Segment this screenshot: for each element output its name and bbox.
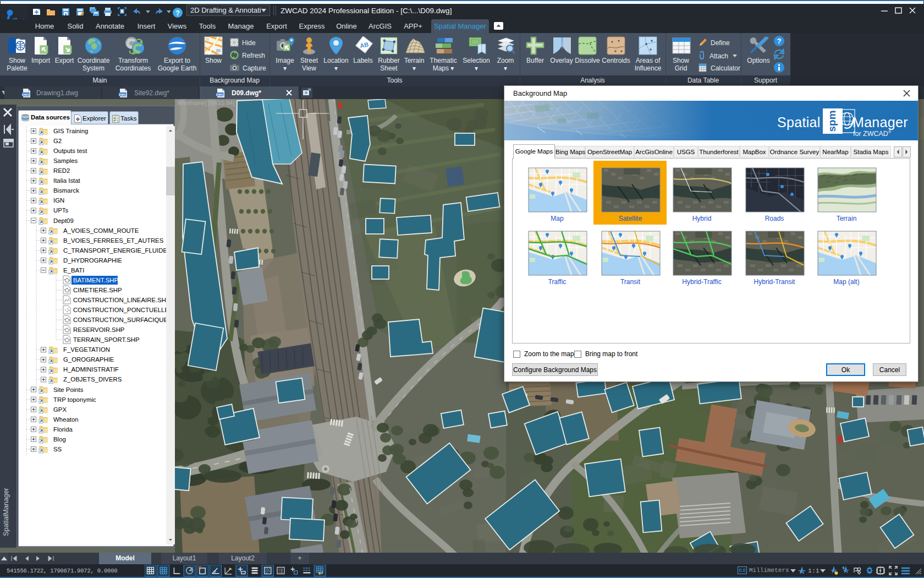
- svg-text:D_HYDROGRAPHIE: D_HYDROGRAPHIE: [63, 257, 122, 264]
- svg-text:TERRAIN_SPORT.SHP: TERRAIN_SPORT.SHP: [73, 336, 140, 343]
- svg-text:F_VEGETATION: F_VEGETATION: [63, 346, 110, 353]
- svg-text:RED2: RED2: [53, 167, 70, 174]
- svg-text:H_ADMINISTRATIF: H_ADMINISTRATIF: [63, 366, 119, 373]
- svg-text:BATIMENT.SHP: BATIMENT.SHP: [73, 277, 118, 283]
- svg-text:Florida: Florida: [53, 426, 73, 433]
- svg-text:E_BATI: E_BATI: [63, 267, 84, 274]
- svg-text:Bismarck: Bismarck: [53, 187, 79, 194]
- svg-text:Wheaton: Wheaton: [53, 416, 79, 423]
- svg-text:Samples: Samples: [53, 157, 78, 164]
- svg-text:Dept09: Dept09: [53, 217, 74, 224]
- svg-text:RESERVOIR.SHP: RESERVOIR.SHP: [73, 326, 124, 333]
- svg-text:spm: spm: [826, 110, 838, 132]
- svg-text:?: ?: [777, 37, 781, 45]
- svg-text:UPTs: UPTs: [53, 207, 69, 214]
- svg-text:Z_OBJETS_DIVERS: Z_OBJETS_DIVERS: [63, 376, 122, 383]
- svg-text:Blog: Blog: [53, 436, 66, 443]
- svg-text:Site Points: Site Points: [53, 386, 84, 393]
- svg-text:CIMETIERE.SHP: CIMETIERE.SHP: [73, 287, 122, 293]
- svg-text:CONSTRUCTION_PONCTUELLE.: CONSTRUCTION_PONCTUELLE.: [73, 307, 166, 313]
- svg-text:SS: SS: [53, 446, 62, 452]
- svg-text:?: ?: [175, 9, 180, 17]
- svg-text:B_VOIES_FERREES_ET_AUTRES: B_VOIES_FERREES_ET_AUTRES: [63, 237, 164, 244]
- svg-text:Italia Istat: Italia Istat: [53, 177, 81, 184]
- svg-text:C_TRANSPORT_ENERGIE_FLUIDES: C_TRANSPORT_ENERGIE_FLUIDES: [63, 247, 166, 254]
- svg-text:CONSTRUCTION_LINEAIRE.SHP: CONSTRUCTION_LINEAIRE.SHP: [73, 297, 166, 303]
- svg-text:G_OROGRAPHIE: G_OROGRAPHIE: [63, 356, 114, 363]
- svg-text:A_VOIES_COMM_ROUTE: A_VOIES_COMM_ROUTE: [63, 227, 139, 234]
- svg-text:Outputs test: Outputs test: [53, 148, 87, 154]
- svg-text:G2: G2: [53, 138, 62, 144]
- svg-text:GIS Training: GIS Training: [53, 128, 88, 134]
- svg-text:DWG: DWG: [216, 93, 224, 96]
- svg-text:CONSTRUCTION_SURFACIQUE.S: CONSTRUCTION_SURFACIQUE.S: [73, 317, 166, 323]
- svg-text:DWG: DWG: [119, 93, 127, 96]
- svg-text:TRP toponymic: TRP toponymic: [53, 396, 96, 403]
- svg-text:GPX: GPX: [53, 406, 67, 413]
- svg-text:IGN: IGN: [53, 197, 64, 204]
- svg-text:DWG: DWG: [22, 93, 30, 96]
